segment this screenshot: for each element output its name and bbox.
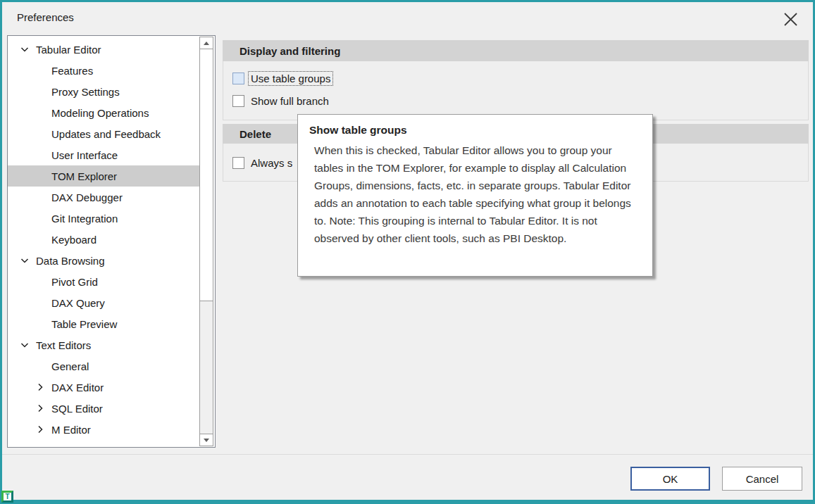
- chevron-down-icon[interactable]: [20, 46, 30, 53]
- tree-item-data-browsing[interactable]: Data Browsing: [8, 250, 199, 271]
- tree-item-label: Features: [51, 65, 93, 77]
- triangle-down-icon: [204, 439, 209, 442]
- tree-item-csharp-editor[interactable]: C# Editor: [8, 440, 199, 447]
- tree-item-label: Text Editors: [36, 339, 91, 351]
- show-full-branch-label[interactable]: Show full branch: [249, 94, 331, 108]
- tree-item-label: Pivot Grid: [51, 276, 98, 288]
- chevron-down-icon[interactable]: [20, 341, 30, 349]
- tree-item-features[interactable]: Features: [8, 60, 199, 81]
- tree-item-general[interactable]: General: [8, 355, 199, 377]
- preferences-dialog: Preferences Tabular Editor Features Prox…: [0, 0, 815, 504]
- tree-item-label: Modeling Operations: [51, 107, 149, 119]
- tree-item-dax-debugger[interactable]: DAX Debugger: [8, 187, 199, 208]
- use-table-groups-checkbox[interactable]: [232, 73, 244, 84]
- use-table-groups-label[interactable]: Use table groups: [249, 72, 332, 85]
- tree-item-sql-editor[interactable]: SQL Editor: [8, 398, 199, 419]
- footer-divider: [2, 454, 813, 455]
- ok-button-label: OK: [663, 473, 678, 485]
- tree-item-keyboard[interactable]: Keyboard: [8, 229, 199, 250]
- tree-item-dax-query[interactable]: DAX Query: [8, 292, 199, 313]
- tooltip-show-table-groups: Show table groups When this is checked, …: [297, 114, 653, 277]
- section-title: Display and filtering: [239, 45, 340, 57]
- tree-item-label: SQL Editor: [51, 403, 103, 415]
- tree-item-user-interface[interactable]: User Interface: [8, 144, 199, 165]
- tooltip-title: Show table groups: [309, 124, 640, 137]
- section-display-and-filtering: Display and filtering Use table groups S…: [223, 40, 809, 120]
- tree-item-proxy-settings[interactable]: Proxy Settings: [8, 81, 199, 102]
- settings-tree-body: Tabular Editor Features Proxy Settings M…: [8, 39, 199, 447]
- tree-item-dax-editor[interactable]: DAX Editor: [8, 377, 199, 398]
- tree-item-label: Updates and Feedback: [51, 128, 161, 140]
- tree-item-pivot-grid[interactable]: Pivot Grid: [8, 271, 199, 292]
- chevron-right-icon[interactable]: [35, 446, 45, 447]
- cancel-button-label: Cancel: [746, 473, 779, 485]
- tree-item-label: DAX Query: [51, 297, 105, 309]
- scroll-down-button[interactable]: [200, 434, 213, 446]
- window-title: Preferences: [17, 11, 74, 23]
- logo-letter: T: [5, 493, 9, 500]
- tree-item-m-editor[interactable]: M Editor: [8, 419, 199, 440]
- tree-item-label: General: [51, 360, 89, 372]
- scrollbar-thumb[interactable]: [200, 49, 213, 301]
- tree-item-label: DAX Editor: [51, 382, 104, 393]
- always-s-label[interactable]: Always s: [249, 156, 294, 170]
- tree-item-label: Git Integration: [51, 213, 118, 225]
- tree-item-label: TOM Explorer: [51, 170, 117, 182]
- scroll-up-button[interactable]: [200, 37, 213, 49]
- tree-item-tom-explorer[interactable]: TOM Explorer: [8, 165, 199, 187]
- close-icon: [783, 11, 799, 27]
- tree-item-git-integration[interactable]: Git Integration: [8, 208, 199, 229]
- tree-item-label: Table Preview: [51, 318, 117, 330]
- show-full-branch-checkbox[interactable]: [232, 95, 244, 107]
- tree-item-label: Data Browsing: [36, 255, 105, 267]
- chevron-down-icon[interactable]: [20, 257, 30, 265]
- section-title: Delete: [239, 128, 271, 140]
- section-header: Display and filtering: [223, 40, 809, 61]
- tree-item-label: User Interface: [51, 149, 118, 161]
- tree-item-label: C# Editor: [51, 445, 96, 448]
- cancel-button[interactable]: Cancel: [722, 467, 802, 491]
- always-s-checkbox[interactable]: [232, 157, 244, 169]
- ok-button[interactable]: OK: [630, 467, 710, 491]
- tree-item-label: DAX Debugger: [51, 191, 123, 203]
- triangle-up-icon: [204, 42, 209, 45]
- tree-item-text-editors[interactable]: Text Editors: [8, 334, 199, 355]
- option-always-s: Always s: [232, 154, 294, 171]
- tree-item-tabular-editor[interactable]: Tabular Editor: [8, 39, 199, 60]
- tree-item-updates-and-feedback[interactable]: Updates and Feedback: [8, 123, 199, 144]
- tree-item-table-preview[interactable]: Table Preview: [8, 313, 199, 334]
- tree-item-label: Tabular Editor: [36, 44, 101, 56]
- close-button[interactable]: [779, 8, 802, 30]
- chevron-right-icon[interactable]: [35, 383, 45, 391]
- tabular-editor-logo-icon: T: [1, 491, 13, 503]
- option-use-table-groups: Use table groups: [232, 70, 332, 87]
- tooltip-body: When this is checked, Tabular Editor all…: [314, 141, 640, 247]
- tree-item-label: M Editor: [51, 424, 91, 436]
- tree-item-label: Proxy Settings: [51, 86, 120, 98]
- tree-item-label: Keyboard: [51, 234, 97, 246]
- tree-item-modeling-operations[interactable]: Modeling Operations: [8, 102, 199, 123]
- chevron-right-icon[interactable]: [35, 404, 45, 412]
- tree-scrollbar[interactable]: [199, 37, 213, 446]
- settings-tree: Tabular Editor Features Proxy Settings M…: [7, 35, 216, 448]
- option-show-full-branch: Show full branch: [232, 92, 331, 109]
- chevron-right-icon[interactable]: [35, 425, 45, 434]
- section-body: Use table groups Show full branch: [223, 61, 809, 120]
